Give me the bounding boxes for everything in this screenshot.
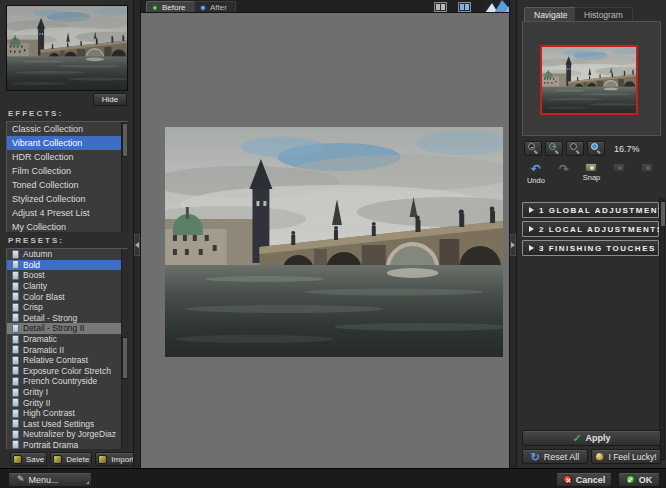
right-panel-splitter[interactable]: [509, 0, 517, 468]
effect-item[interactable]: My Collection: [7, 220, 127, 233]
effect-item[interactable]: Toned Collection: [7, 178, 127, 192]
lucky-label: I Feel Lucky!: [608, 452, 656, 462]
preset-label: Last Used Settings: [23, 419, 94, 429]
navigator-thumbnail[interactable]: [540, 45, 638, 115]
single-view-icon[interactable]: [434, 2, 447, 12]
undo-button[interactable]: ↶ Undo: [522, 161, 550, 185]
preset-label: Bold: [23, 260, 40, 270]
preset-item[interactable]: Gritty I: [7, 387, 127, 398]
effect-item[interactable]: Film Collection: [7, 164, 127, 178]
left-panel-splitter[interactable]: [133, 0, 141, 468]
effect-item[interactable]: HDR Collection: [7, 150, 127, 164]
effect-item[interactable]: Vibrant Collection: [7, 136, 127, 150]
presets-scrollbar-thumb[interactable]: [122, 337, 128, 379]
i-feel-lucky-button[interactable]: I Feel Lucky!: [591, 449, 661, 464]
preset-item[interactable]: Detail - Strong II: [7, 323, 127, 334]
effect-item[interactable]: Adjust 4 Preset List: [7, 206, 127, 220]
ok-button[interactable]: ✓ OK: [618, 472, 660, 487]
snap-button[interactable]: Snap: [578, 161, 606, 185]
effect-item[interactable]: Stylized Collection: [7, 192, 127, 206]
effects-label: EFFECTS:: [8, 109, 63, 118]
delete-preset-button[interactable]: Delete: [50, 452, 92, 466]
right-collapse-handle[interactable]: [510, 234, 516, 256]
apply-check-icon: ✓: [572, 433, 581, 443]
tab-before[interactable]: Before: [146, 1, 195, 13]
preset-item[interactable]: High Contrast: [7, 408, 127, 419]
preset-file-icon: [12, 271, 19, 280]
zoom-actual-button[interactable]: [566, 141, 584, 156]
snap-label: Snap: [583, 173, 601, 182]
bottom-bar: ✎ Menu... Cancel ✓ OK: [0, 468, 666, 488]
left-collapse-handle[interactable]: [134, 234, 140, 256]
preset-label: Exposure Color Stretch: [23, 366, 111, 376]
effects-scrollbar[interactable]: [121, 122, 127, 232]
preset-label: French Countryside: [23, 376, 97, 386]
apply-button[interactable]: ✓ Apply: [522, 430, 661, 446]
preset-item[interactable]: Relative Contrast: [7, 355, 127, 366]
preset-item[interactable]: Crisp: [7, 302, 127, 313]
effect-label: Vibrant Collection: [12, 138, 82, 148]
preset-file-icon: [12, 335, 19, 344]
preset-item[interactable]: Gritty II: [7, 397, 127, 408]
reset-all-button[interactable]: ↻ Reset All: [522, 449, 588, 464]
preset-item[interactable]: Color Blast: [7, 291, 127, 302]
preset-file-icon: [12, 440, 19, 449]
split-view-icon[interactable]: [458, 2, 471, 12]
preset-item[interactable]: Boost: [7, 270, 127, 281]
preset-item[interactable]: Dramatic II: [7, 344, 127, 355]
preset-item[interactable]: French Countryside: [7, 376, 127, 387]
adjustments-scrollbar-thumb[interactable]: [660, 201, 666, 227]
preset-item[interactable]: Dramatic: [7, 334, 127, 345]
preset-file-icon: [12, 324, 19, 333]
effects-scrollbar-thumb[interactable]: [122, 123, 128, 157]
section-label: 2 LOCAL ADJUSTMENTS: [539, 225, 664, 234]
save-preset-button[interactable]: Save: [10, 452, 47, 466]
redo-button[interactable]: ↷: [550, 161, 578, 185]
preset-item[interactable]: Clarity: [7, 281, 127, 292]
recall-1-icon: [613, 163, 625, 172]
tab-after[interactable]: After: [194, 1, 236, 13]
zoom-out-button[interactable]: -: [524, 141, 542, 156]
delete-label: Delete: [66, 455, 89, 464]
left-panel: Hide EFFECTS: Classic Collection Vibrant…: [0, 0, 133, 468]
section-global-adjustments[interactable]: 1 GLOBAL ADJUSTMENTS: [522, 202, 659, 218]
preset-item[interactable]: Detail - Strong: [7, 313, 127, 324]
cancel-button[interactable]: Cancel: [556, 472, 612, 487]
preset-item[interactable]: Portrait Drama: [7, 440, 127, 450]
preset-label: Autumn: [23, 249, 52, 259]
zoom-fit-button[interactable]: [587, 141, 605, 156]
preset-item[interactable]: Autumn: [7, 249, 127, 260]
preset-item[interactable]: Last Used Settings: [7, 419, 127, 430]
lucky-icon: [595, 452, 604, 461]
section-finishing-touches[interactable]: 3 FINISHING TOUCHES: [522, 240, 659, 256]
preset-file-icon: [12, 292, 19, 301]
adjustments-scrollbar[interactable]: [659, 198, 665, 460]
tab-navigate[interactable]: Navigate: [524, 7, 578, 22]
main-preview-image[interactable]: [165, 127, 503, 357]
import-preset-button[interactable]: Import: [95, 452, 137, 466]
preset-file-icon: [12, 345, 19, 354]
tab-histogram[interactable]: Histogram: [574, 7, 633, 22]
section-local-adjustments[interactable]: 2 LOCAL ADJUSTMENTS: [522, 221, 659, 237]
zoom-controls: - + 16.7%: [524, 141, 640, 156]
menu-button[interactable]: ✎ Menu...: [8, 472, 92, 487]
recall-1-button[interactable]: [605, 161, 633, 185]
import-label: Import: [111, 455, 134, 464]
preset-item[interactable]: Neutralizer by JorgeDiaz: [7, 429, 127, 440]
undo-icon: ↶: [531, 163, 541, 175]
expand-icon: [529, 207, 534, 213]
preset-file-icon: [12, 366, 19, 375]
recall-2-button[interactable]: [633, 161, 661, 185]
preset-label: Neutralizer by JorgeDiaz: [23, 429, 116, 439]
preset-label: Color Blast: [23, 292, 65, 302]
preset-item[interactable]: Exposure Color Stretch: [7, 366, 127, 377]
preset-actions: Save Delete Import Export: [10, 452, 133, 466]
effect-item[interactable]: Classic Collection: [7, 122, 127, 136]
hide-button[interactable]: Hide: [93, 93, 127, 106]
effect-label: My Collection: [12, 222, 66, 232]
before-tab-label: Before: [162, 3, 186, 12]
zoom-in-button[interactable]: +: [545, 141, 563, 156]
presets-scrollbar[interactable]: [121, 249, 127, 449]
preset-item[interactable]: Bold: [7, 260, 127, 271]
preset-file-icon: [12, 356, 19, 365]
